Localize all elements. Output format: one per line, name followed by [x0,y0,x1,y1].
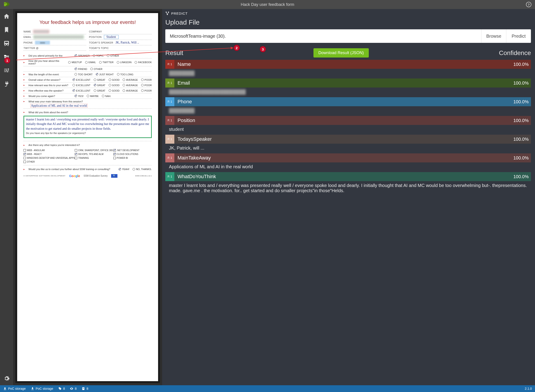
browse-button[interactable]: Browse [481,29,506,43]
top-bar: Hack Day user feedback form ? [0,0,535,9]
svg-rect-5 [31,390,34,390]
field-value: ████████ [165,69,531,79]
predict-section-header: PREDICT [165,11,531,15]
svg-point-6 [59,388,59,388]
q-length: ▸Was the length of the event: TOO SHORT … [24,72,152,77]
page-badge: P. 1 [165,153,174,162]
document-viewer: Your feedback helps us improve our event… [13,9,162,385]
home-icon[interactable] [3,13,10,20]
takeaway-handwriting: Applications of ML and AI in the real wo… [30,104,88,107]
position-value: Student [104,35,119,39]
scanned-form: Your feedback helps us improve our event… [17,13,158,381]
page-badge: P. 1 [165,135,174,144]
download-json-button[interactable]: Download Result (JSON) [313,48,369,57]
result-item[interactable]: P. 1WhatDoYouThink100.0%master I learnt … [165,172,531,196]
views-count[interactable]: 8 [70,387,76,390]
docs-count[interactable]: 8 [81,387,88,390]
confidence-value: 100.0% [513,62,531,67]
field-value: ████████ [165,106,531,116]
upload-filename[interactable]: MicrosoftTeams-image (30). [165,29,481,43]
q-value: ▸Overall value of the session? EXCELLENT… [24,77,152,83]
field-value: master I learnt lots and / everything wa… [165,181,531,196]
page-badge: P. 1 [165,172,174,181]
left-sidebar: 1 [0,9,13,385]
main-content: 1 Your feedback helps us improve our eve… [0,9,535,385]
field-name: TodaysSpeaker [174,136,513,142]
tags-count[interactable]: 8 [58,387,65,390]
plug-icon[interactable] [3,80,10,88]
annotation-badge-3: 3 [260,46,266,52]
help-icon[interactable]: ? [526,2,531,7]
svg-rect-4 [4,390,6,390]
result-item[interactable]: P. 1Name100.0%████████ [165,60,531,79]
confidence-value: 100.0% [513,174,531,179]
field-value: Applications of ML and AI in the real wo… [165,162,531,172]
field-name: Phone [174,99,513,105]
svg-point-0 [5,3,5,4]
email-value: xxxxxxxxxxxxxxxxxx [34,35,84,39]
confidence-title: Confidence [499,49,531,57]
svg-rect-9 [83,388,84,389]
page-badge: P. 1 [165,116,174,125]
result-item[interactable]: P. 1MainTakeAway100.0%Applications of ML… [165,153,531,172]
train-icon[interactable] [3,40,10,47]
upload-box: MicrosoftTeams-image (30). Browse Predic… [165,29,531,43]
brand-tag-icon [4,2,10,7]
page-title: Hack Day user feedback form [241,2,294,7]
page-badge: P. 1 [165,60,174,69]
page-badge: P. 1 [165,79,174,88]
gear-icon[interactable] [3,375,10,382]
topics-grid: WEB - ANGULARCRM, SHAREPOINT, OFFICE 365… [24,149,152,163]
field-value: ████████████████████████ [165,88,531,97]
annotation-badge-1: 1 [4,57,10,64]
q-effective: ▸How effective was the speaker? EXCELLEN… [24,88,152,93]
confidence-value: 100.0% [513,99,531,104]
result-item[interactable]: P. 1TodaysSpeaker100.0%JK, Patrick, will… [165,135,531,153]
q-again: ▸Would you come again? YES! MAYBE NAH. [24,93,152,99]
results-list: P. 1Name100.0%████████P. 1Email100.0%███… [165,60,531,196]
result-item[interactable]: P. 1Email100.0%████████████████████████ [165,79,531,97]
search-icon: 🔍 [111,174,117,178]
confidence-value: 100.0% [513,155,531,161]
field-name: MainTakeAway [174,155,513,161]
phone-value: xxxx [35,41,50,44]
form-footer: ▪▪ ENTERPRISE SOFTWARE DEVELOPMENT Googl… [24,174,152,178]
version-label: 2.1.0 [524,387,532,390]
result-item[interactable]: P. 1Phone100.0%████████ [165,97,531,116]
predict-panel: PREDICT Upload File MicrosoftTeams-image… [162,9,535,385]
name-value: xxxxxxxxxx [33,30,49,33]
field-name: WhatDoYouThink [174,174,513,180]
page-badge: P. 1 [165,97,174,106]
field-name: Name [174,61,513,67]
storage-2[interactable]: PoC storage [31,387,53,390]
storage-1[interactable]: PoC storage [3,387,26,390]
field-name: Email [174,80,513,86]
bookmark-icon[interactable] [3,26,10,33]
q-relevant: ▸How relevant was this to your work? EXC… [24,83,152,88]
form-title: Your feedback helps us improve our event… [24,19,152,25]
svg-rect-8 [83,388,84,388]
field-value: student [165,125,531,135]
upload-heading: Upload File [165,19,531,26]
field-name: Position [174,117,513,123]
confidence-value: 100.0% [513,80,531,86]
result-header: Result Download Result (JSON) Confidence [165,48,531,57]
speaker-value: JK, Patrick, Will .. [115,41,139,44]
status-bar: PoC storage PoC storage 8 8 8 2.1.0 [0,385,535,392]
settings-sliders-icon[interactable] [3,67,10,74]
field-value: JK, Patrick, will ... [165,144,531,153]
q-hear: ▸How did you hear about this event? MEET… [24,58,152,66]
confidence-value: 100.0% [513,118,531,123]
result-item[interactable]: P. 1Position100.0%student [165,116,531,135]
annotation-badge-2: 2 [234,45,240,51]
confidence-value: 100.0% [513,137,531,142]
think-handwriting-box: master I learnt lots and / everything wa… [24,116,152,138]
predict-button[interactable]: Predict [506,29,531,43]
